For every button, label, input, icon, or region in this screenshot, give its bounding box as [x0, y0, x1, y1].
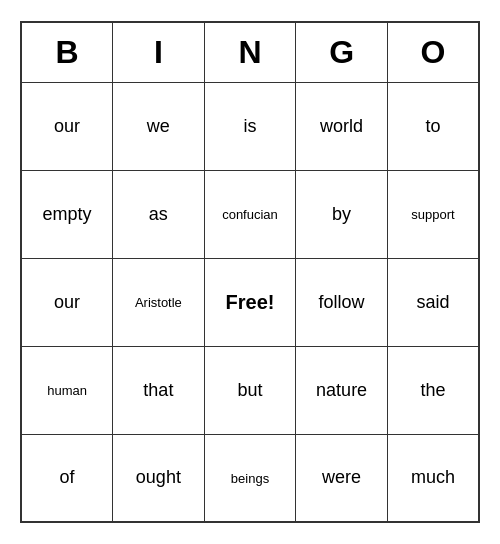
bingo-cell-3-3: nature: [296, 346, 388, 434]
cell-text-1-4: support: [411, 207, 454, 222]
cell-text-4-2: beings: [231, 471, 269, 486]
cell-text-3-3: nature: [316, 380, 367, 400]
bingo-cell-4-1: ought: [113, 434, 205, 522]
bingo-cell-3-1: that: [113, 346, 205, 434]
cell-text-3-0: human: [47, 383, 87, 398]
cell-text-0-4: to: [425, 116, 440, 136]
bingo-cell-3-4: the: [387, 346, 479, 434]
bingo-cell-1-2: confucian: [204, 170, 296, 258]
cell-text-1-2: confucian: [222, 207, 278, 222]
bingo-cell-1-0: empty: [21, 170, 113, 258]
bingo-row-1: emptyasconfucianbysupport: [21, 170, 479, 258]
cell-text-1-3: by: [332, 204, 351, 224]
header-letter-o: O: [387, 22, 479, 82]
bingo-cell-0-3: world: [296, 82, 388, 170]
bingo-cell-3-0: human: [21, 346, 113, 434]
bingo-cell-1-3: by: [296, 170, 388, 258]
bingo-row-2: ourAristotleFree!followsaid: [21, 258, 479, 346]
bingo-cell-2-0: our: [21, 258, 113, 346]
cell-text-4-3: were: [322, 467, 361, 487]
cell-text-3-1: that: [143, 380, 173, 400]
cell-text-0-1: we: [147, 116, 170, 136]
bingo-cell-2-3: follow: [296, 258, 388, 346]
cell-text-4-0: of: [60, 467, 75, 487]
bingo-row-0: ourweisworldto: [21, 82, 479, 170]
header-letter-g: G: [296, 22, 388, 82]
bingo-header-row: BINGO: [21, 22, 479, 82]
cell-text-0-2: is: [243, 116, 256, 136]
cell-text-2-3: follow: [319, 292, 365, 312]
cell-text-1-1: as: [149, 204, 168, 224]
bingo-cell-1-1: as: [113, 170, 205, 258]
header-letter-b: B: [21, 22, 113, 82]
cell-text-2-2: Free!: [226, 291, 275, 313]
bingo-cell-0-0: our: [21, 82, 113, 170]
cell-text-1-0: empty: [43, 204, 92, 224]
bingo-cell-3-2: but: [204, 346, 296, 434]
bingo-cell-1-4: support: [387, 170, 479, 258]
cell-text-4-4: much: [411, 467, 455, 487]
bingo-row-4: ofoughtbeingsweremuch: [21, 434, 479, 522]
cell-text-4-1: ought: [136, 467, 181, 487]
cell-text-0-3: world: [320, 116, 363, 136]
bingo-cell-4-2: beings: [204, 434, 296, 522]
bingo-cell-0-4: to: [387, 82, 479, 170]
cell-text-2-4: said: [416, 292, 449, 312]
bingo-cell-2-1: Aristotle: [113, 258, 205, 346]
bingo-cell-2-4: said: [387, 258, 479, 346]
bingo-cell-2-2: Free!: [204, 258, 296, 346]
cell-text-3-2: but: [237, 380, 262, 400]
cell-text-2-0: our: [54, 292, 80, 312]
cell-text-0-0: our: [54, 116, 80, 136]
bingo-cell-4-0: of: [21, 434, 113, 522]
cell-text-3-4: the: [420, 380, 445, 400]
bingo-card: BINGO ourweisworldtoemptyasconfucianbysu…: [20, 21, 480, 523]
header-letter-n: N: [204, 22, 296, 82]
bingo-cell-0-2: is: [204, 82, 296, 170]
cell-text-2-1: Aristotle: [135, 295, 182, 310]
bingo-cell-4-4: much: [387, 434, 479, 522]
bingo-cell-4-3: were: [296, 434, 388, 522]
header-letter-i: I: [113, 22, 205, 82]
bingo-row-3: humanthatbutnaturethe: [21, 346, 479, 434]
bingo-cell-0-1: we: [113, 82, 205, 170]
